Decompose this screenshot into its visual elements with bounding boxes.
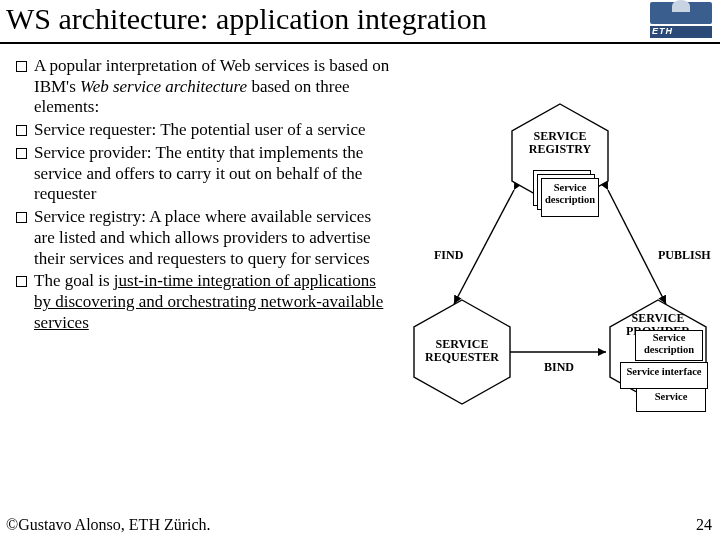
title-underline [0,42,720,44]
bullet-item: Service provider: The entity that implem… [16,143,396,205]
hex-label: SERVICE REQUESTER [406,338,518,364]
bullet-text: Service requester: The potential user of… [34,120,366,139]
eth-logo: ETH [650,2,712,36]
ws-diagram: FIND PUBLISH BIND SERVICE REGISTRY Servi… [406,100,716,470]
provider-service: Service [636,388,706,412]
slide-title: WS architecture: application integration [6,2,487,36]
bullet-item: Service registry: A place where availabl… [16,207,396,269]
hex-label-line: SERVICE [436,337,489,351]
hex-label-line: REGISTRY [529,142,591,156]
footer-copyright: ©Gustavo Alonso, ETH Zürich. [6,516,211,534]
box-text: description [545,194,595,205]
bullet-list: A popular interpretation of Web services… [16,56,396,336]
slide: WS architecture: application integration… [0,0,720,540]
footer-page: 24 [696,516,712,534]
bullet-item: A popular interpretation of Web services… [16,56,396,118]
svg-line-1 [608,190,666,304]
edge-label-find: FIND [434,248,463,263]
bullet-text: The goal is [34,271,114,290]
service-desc-stack-front: Service description [541,178,599,217]
hex-label-line: SERVICE [632,311,685,325]
hex-label-line: SERVICE [534,129,587,143]
edge-label-bind: BIND [544,360,574,375]
box-text: Service [554,182,587,193]
logo-text: ETH [650,26,712,38]
bullet-text: Service registry: A place where availabl… [34,207,371,267]
logo-dome-icon [672,0,690,12]
provider-service-description: Service description [635,330,703,361]
hex-label: SERVICE REGISTRY [504,130,616,156]
hex-label-line: REQUESTER [425,350,499,364]
hex-requester: SERVICE REQUESTER [406,296,518,408]
bullet-item: Service requester: The potential user of… [16,120,396,141]
bullet-item: The goal is just-in-time integration of … [16,271,396,333]
bullet-emph: Web service architecture [80,77,247,96]
edge-label-publish: PUBLISH [658,248,711,263]
provider-service-interface: Service interface [620,362,708,389]
bullet-text: Service provider: The entity that implem… [34,143,363,203]
